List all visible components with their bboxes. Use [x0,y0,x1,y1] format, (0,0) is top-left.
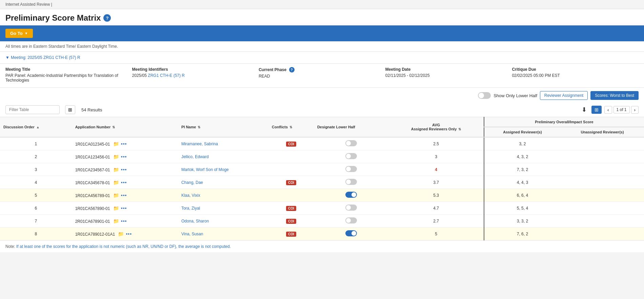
th-designate-lower-half[interactable]: Designate Lower Half [314,117,388,137]
scores-button[interactable]: Scores: Worst to Best [590,91,639,100]
cell-order: 5 [0,189,72,202]
cell-assigned-scores: 5, 5, 4 [484,202,561,215]
meeting-phase-label: Current Phase ? [259,67,385,72]
meeting-date-value: 02/11/2025 - 02/12/2025 [385,73,512,78]
cell-pi-name: Martok, Worf Son of Moge [178,163,268,176]
more-options-icon[interactable]: ••• [121,167,127,172]
lower-half-row-toggle[interactable] [345,166,357,172]
app-number-text: 1R01CA012345-01 [75,142,110,147]
folder-icon[interactable]: 📁 [113,154,119,159]
lower-half-row-toggle[interactable] [345,179,357,185]
lower-half-row-toggle[interactable] [345,153,357,159]
cell-unassigned-scores [561,215,644,228]
cell-pi-name: Vina, Susan [178,228,268,240]
lower-half-row-toggle[interactable] [345,140,357,146]
meeting-title-value: PAR Panel: Academic-Industrial Partnersh… [5,73,132,83]
goto-button[interactable]: Go To ▼ [5,29,33,38]
coi-badge: COI [286,180,296,185]
avg-value: 3 [435,154,437,159]
meeting-phase-col: Current Phase ? READ [259,67,385,83]
pi-name-link[interactable]: Klaa, Vixix [181,193,200,198]
column-view-button[interactable]: ⊞ [65,105,75,114]
table-controls-right: ⬇ ⊞ ‹ 1 of 1 › [580,105,639,114]
cth-link[interactable]: ZRG1 CTH-E (57) R [148,73,185,78]
more-options-icon[interactable]: ••• [121,180,127,185]
cell-lower-half [314,163,388,176]
blue-toolbar: Go To ▼ [0,25,644,41]
filter-input[interactable] [5,105,60,114]
phase-help-icon[interactable]: ? [289,67,295,72]
cell-avg: 2.5 [388,137,484,150]
avg-value: 4 [435,167,437,172]
meeting-title-col: Meeting Title PAR Panel: Academic-Indust… [5,67,132,83]
download-button[interactable]: ⬇ [580,105,589,114]
more-options-icon[interactable]: ••• [121,218,127,224]
folder-icon[interactable]: 📁 [113,193,119,198]
table-row: 5 1R01CA456789-01 📁 ••• Klaa, Vixix 5.3 … [0,189,644,202]
pi-name-link[interactable]: Jellico, Edward [181,154,209,159]
lower-half-toggle[interactable] [478,92,491,99]
lower-half-row-toggle[interactable] [345,230,357,236]
timezone-note: All times are in Eastern Standard Time/ … [0,41,644,51]
pi-name-link[interactable]: Odona, Sharon [181,219,209,223]
folder-icon[interactable]: 📁 [118,231,124,237]
table-row: 3 1R01CA234567-01 📁 ••• Martok, Worf Son… [0,163,644,176]
cell-unassigned-scores [561,189,644,202]
cell-pi-name: Jellico, Edward [178,150,268,163]
folder-icon[interactable]: 📁 [113,141,119,147]
cell-app-number: 1R01CA345678-01 📁 ••• [72,176,178,189]
page-title-container: Preliminary Score Matrix ? [5,13,639,23]
cell-lower-half [314,202,388,215]
pi-name-link[interactable]: Vina, Susan [181,232,203,236]
meeting-identifiers-label: Meeting Identifiers [132,67,259,72]
prev-page-button[interactable]: ‹ [604,106,612,114]
more-options-icon[interactable]: ••• [121,154,127,159]
more-options-icon[interactable]: ••• [121,141,127,147]
folder-icon[interactable]: 📁 [113,180,119,185]
table-row: 1 1R01CA012345-01 📁 ••• Miramanee, Sabri… [0,137,644,150]
grid-view-button[interactable]: ⊞ [591,106,602,114]
meeting-critique-col: Critique Due 02/02/2025 05:00 PM EST [512,67,639,83]
cell-conflicts: COI [268,228,314,240]
lower-half-row-toggle[interactable] [345,217,357,223]
folder-icon[interactable]: 📁 [113,167,119,172]
cell-lower-half [314,215,388,228]
cell-lower-half [314,189,388,202]
cell-assigned-scores: 7, 6, 2 [484,228,561,240]
pi-name-link[interactable]: Martok, Worf Son of Moge [181,167,229,172]
next-page-button[interactable]: › [631,106,639,114]
meeting-date-label: Meeting Date [385,67,512,72]
th-application-number[interactable]: Application Number ⇅ [72,117,178,137]
help-icon[interactable]: ? [103,14,111,22]
cell-avg: 5.3 [388,189,484,202]
meeting-header: ▼ Meeting: 2025/05 ZRG1 CTH-E (57) R [0,52,644,64]
cell-conflicts [268,163,314,176]
th-conflicts[interactable]: Conflicts ⇅ [268,117,314,137]
meeting-toggle[interactable]: ▼ Meeting: 2025/05 ZRG1 CTH-E (57) R [5,55,80,60]
folder-icon[interactable]: 📁 [113,218,119,224]
more-options-icon[interactable]: ••• [121,193,127,198]
pi-name-link[interactable]: Miramanee, Sabrina [181,142,218,146]
folder-icon[interactable]: 📁 [113,206,119,211]
more-options-icon[interactable]: ••• [121,206,127,211]
cell-lower-half [314,137,388,150]
sort-icon: ⇅ [458,127,461,131]
lower-half-row-toggle[interactable] [345,205,357,211]
cell-app-number: 1R01CA789012-01A1 📁 ••• [72,228,178,240]
cell-unassigned-scores [561,163,644,176]
cell-order: 6 [0,202,72,215]
cell-conflicts: COI [268,215,314,228]
pi-name-link[interactable]: Chang, Dae [181,180,203,185]
more-options-icon[interactable]: ••• [126,231,132,237]
cell-app-number: 1R01CA234567-01 📁 ••• [72,163,178,176]
meeting-identifiers-value: 2025/05 ZRG1 CTH-E (57) R [132,73,259,78]
cell-avg: 4 [388,163,484,176]
cell-assigned-scores: 4, 3, 2 [484,150,561,163]
pi-name-link[interactable]: Tora, Ziyal [181,206,200,211]
th-avg[interactable]: AVG Assigned Reviewers Only ⇅ [388,117,484,137]
cell-unassigned-scores [561,137,644,150]
reviewer-assignment-button[interactable]: Reviewer Assignment [540,91,588,100]
th-pi-name[interactable]: PI Name ⇅ [178,117,268,137]
lower-half-row-toggle[interactable] [345,192,357,198]
th-discussion-order[interactable]: Discussion Order ▲ [0,117,72,137]
